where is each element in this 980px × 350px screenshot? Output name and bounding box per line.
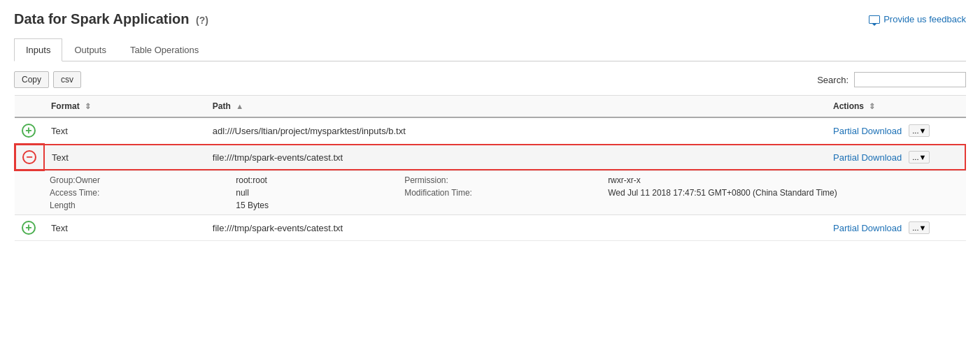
help-icon[interactable]: (?) (196, 15, 208, 26)
page-header: Data for Spark Application (?) Provide u… (14, 11, 966, 27)
page-container: Data for Spark Application (?) Provide u… (0, 0, 980, 252)
feedback-icon (869, 15, 880, 24)
table-row: + Text adl:///Users/ltian/project/myspar… (15, 117, 966, 144)
modification-value: Wed Jul 11 2018 17:47:51 GMT+0800 (China… (608, 188, 959, 198)
row2-actions-cell: Partial Download ...▼ (833, 151, 959, 163)
row2-path: file:///tmp/spark-events/catest.txt (206, 144, 826, 170)
row1-action-dropdown[interactable]: ...▼ (909, 124, 930, 137)
copy-button[interactable]: Copy (14, 71, 49, 88)
modification-label: Modification Time: (404, 188, 594, 198)
row1-actions: Partial Download ...▼ (826, 117, 966, 144)
detail-row: Group:Owner root:root Permission: rwxr-x… (15, 170, 966, 215)
csv-button[interactable]: csv (53, 71, 81, 88)
row1-format: Text (44, 117, 206, 144)
access-value: null (236, 188, 390, 198)
detail-cell: Group:Owner root:root Permission: rwxr-x… (15, 170, 966, 215)
tab-outputs[interactable]: Outputs (62, 38, 118, 61)
search-input[interactable] (854, 72, 966, 87)
path-sort-icon: ▲ (236, 102, 243, 110)
data-table: Format ⇕ Path ▲ Actions ⇕ + Text (14, 95, 966, 241)
row1-dropdown-btn[interactable]: ...▼ (909, 124, 930, 137)
col-header-icon (15, 96, 44, 118)
group-value: root:root (236, 175, 390, 185)
page-title: Data for Spark Application (?) (14, 11, 208, 27)
col-header-path[interactable]: Path ▲ (206, 96, 826, 118)
table-body: + Text adl:///Users/ltian/project/myspar… (15, 117, 966, 241)
tab-inputs[interactable]: Inputs (14, 38, 62, 61)
group-label: Group:Owner (50, 175, 222, 185)
permission-label: Permission: (404, 175, 594, 185)
row3-actions-cell: Partial Download ...▼ (833, 221, 959, 234)
row3-actions: Partial Download ...▼ (826, 215, 966, 241)
toolbar: Copy csv Search: (14, 71, 966, 88)
collapse-icon[interactable]: − (22, 150, 36, 164)
tabs-container: Inputs Outputs Table Operations (14, 38, 966, 61)
row1-path: adl:///Users/ltian/project/mysparktest/i… (206, 117, 826, 144)
row3-partial-download[interactable]: Partial Download (833, 223, 902, 233)
search-label: Search: (817, 75, 848, 85)
table-header: Format ⇕ Path ▲ Actions ⇕ (15, 96, 966, 118)
row2-partial-download[interactable]: Partial Download (833, 152, 902, 163)
row1-icon-cell[interactable]: + (15, 117, 44, 144)
row2-dropdown-btn[interactable]: ...▼ (909, 151, 930, 163)
expand-icon[interactable]: + (22, 221, 36, 235)
title-text: Data for Spark Application (14, 11, 189, 27)
toolbar-left: Copy csv (14, 71, 81, 88)
expand-icon[interactable]: + (22, 124, 36, 138)
length-value: 15 Bytes (236, 200, 390, 210)
table-row: + Text file:///tmp/spark-events/catest.t… (15, 215, 966, 241)
length-label: Length (50, 200, 222, 210)
row3-path: file:///tmp/spark-events/catest.txt (206, 215, 826, 241)
row2-icon-cell[interactable]: − (15, 144, 44, 170)
row3-action-dropdown[interactable]: ...▼ (909, 221, 930, 234)
col-header-format[interactable]: Format ⇕ (44, 96, 206, 118)
format-sort-icon: ⇕ (85, 102, 91, 110)
row2-format: Text (44, 144, 206, 170)
actions-sort-icon: ⇕ (869, 102, 875, 110)
row3-dropdown-btn[interactable]: ...▼ (909, 221, 930, 234)
row1-partial-download[interactable]: Partial Download (833, 126, 902, 136)
detail-grid: Group:Owner root:root Permission: rwxr-x… (50, 175, 959, 210)
tab-table-operations[interactable]: Table Operations (118, 38, 211, 61)
row2-action-dropdown[interactable]: ...▼ (909, 151, 930, 163)
col-header-actions[interactable]: Actions ⇕ (826, 96, 966, 118)
search-area: Search: (817, 72, 966, 87)
feedback-label: Provide us feedback (883, 14, 966, 24)
row3-format: Text (44, 215, 206, 241)
feedback-link[interactable]: Provide us feedback (869, 14, 966, 24)
permission-value: rwxr-xr-x (608, 175, 959, 185)
row2-actions: Partial Download ...▼ (826, 144, 966, 170)
table-row: − Text file:///tmp/spark-events/catest.t… (15, 144, 966, 170)
access-label: Access Time: (50, 188, 222, 198)
row3-icon-cell[interactable]: + (15, 215, 44, 241)
row1-actions-cell: Partial Download ...▼ (833, 124, 959, 137)
